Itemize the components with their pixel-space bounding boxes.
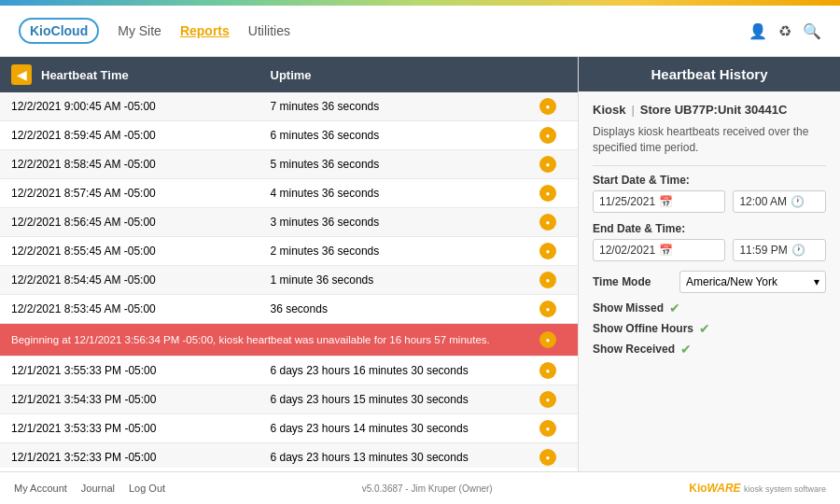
left-panel: ◀ Heartbeat Time Uptime 12/2/2021 9:00:4…: [0, 57, 579, 471]
header-time-col: ◀ Heartbeat Time: [11, 64, 271, 85]
time-mode-select[interactable]: America/New York ▾: [679, 271, 826, 293]
row-uptime: 5 minutes 36 seconds: [271, 158, 530, 171]
main-content: ◀ Heartbeat Time Uptime 12/2/2021 9:00:4…: [0, 57, 840, 471]
footer-link[interactable]: Journal: [81, 483, 115, 494]
table-row: 12/2/2021 8:59:45 AM -05:006 minutes 36 …: [0, 121, 578, 150]
show-received-check[interactable]: ✔: [680, 342, 692, 357]
row-uptime: 6 days 23 hours 16 minutes 30 seconds: [271, 364, 530, 377]
nav-my-site[interactable]: My Site: [118, 23, 161, 38]
col-heartbeat-time: Heartbeat Time: [41, 68, 129, 82]
time-mode-label: Time Mode: [593, 275, 672, 288]
table-row: 12/2/2021 8:55:45 AM -05:002 minutes 36 …: [0, 237, 578, 266]
kiosk-separator: |: [631, 103, 634, 117]
status-dot: ●: [539, 449, 556, 466]
table-row: 12/2/2021 9:00:45 AM -05:007 minutes 36 …: [0, 92, 578, 121]
table-row: 12/1/2021 3:53:33 PM -05:006 days 23 hou…: [0, 414, 578, 443]
col-uptime: Uptime: [271, 68, 530, 82]
footer: My AccountJournalLog Out v5.0.3687 - Jim…: [0, 471, 840, 504]
table-body: 12/2/2021 9:00:45 AM -05:007 minutes 36 …: [0, 92, 578, 468]
search-icon[interactable]: 🔍: [803, 22, 821, 40]
alert-message: Beginning at 12/1/2021 3:56:34 PM -05:00…: [11, 334, 529, 345]
kiosk-name: Store UB77P:Unit 30441C: [640, 103, 788, 117]
time-mode-row: Time Mode America/New York ▾: [593, 271, 826, 293]
back-button[interactable]: ◀: [11, 64, 32, 85]
table-row: 12/1/2021 3:54:33 PM -05:006 days 23 hou…: [0, 385, 578, 414]
show-offline-check[interactable]: ✔: [699, 321, 710, 336]
logo-text: KioCloud: [30, 23, 88, 38]
table-row: 12/2/2021 8:58:45 AM -05:005 minutes 36 …: [0, 150, 578, 179]
start-date-label: Start Date & Time:: [593, 174, 826, 187]
start-time-value: 12:00 AM: [739, 195, 787, 208]
logo[interactable]: KioCloud: [19, 18, 99, 44]
start-time-input[interactable]: 12:00 AM 🕐: [733, 190, 826, 213]
table-row: 12/2/2021 8:57:45 AM -05:004 minutes 36 …: [0, 179, 578, 208]
footer-link[interactable]: Log Out: [129, 483, 165, 494]
row-time: 12/2/2021 8:55:45 AM -05:00: [11, 245, 271, 258]
user-icon[interactable]: 👤: [749, 22, 767, 40]
status-dot: ●: [539, 391, 556, 408]
row-uptime: 6 days 23 hours 13 minutes 30 seconds: [271, 451, 530, 464]
end-time-value: 11:59 PM: [739, 244, 787, 257]
sidebar-body: Kiosk | Store UB77P:Unit 30441C Displays…: [579, 91, 840, 471]
row-uptime: 7 minutes 36 seconds: [271, 100, 530, 113]
footer-link[interactable]: My Account: [14, 483, 67, 494]
calendar-icon-start: 📅: [659, 195, 673, 208]
end-time-input[interactable]: 11:59 PM 🕐: [733, 239, 826, 261]
row-time: 12/1/2021 3:53:33 PM -05:00: [11, 422, 271, 435]
end-date-input[interactable]: 12/02/2021 📅: [593, 239, 725, 261]
table-row: 12/1/2021 3:55:33 PM -05:006 days 23 hou…: [0, 357, 578, 385]
right-panel: Heartbeat History Kiosk | Store UB77P:Un…: [579, 57, 840, 471]
status-dot: ●: [539, 331, 556, 348]
footer-right: v5.0.3687 - Jim Kruper (Owner): [362, 483, 493, 494]
status-dot: ●: [539, 98, 556, 115]
table-row-alert: Beginning at 12/1/2021 3:56:34 PM -05:00…: [0, 324, 578, 357]
nav-reports[interactable]: Reports: [180, 23, 230, 38]
nav-links: My Site Reports Utilities: [118, 23, 749, 38]
status-dot: ●: [539, 156, 556, 173]
row-time: 12/2/2021 8:57:45 AM -05:00: [11, 187, 271, 200]
status-dot: ●: [539, 362, 556, 379]
footer-version: v5.0.3687 - Jim Kruper (Owner): [362, 483, 493, 494]
kiosk-label: Kiosk: [593, 103, 625, 117]
status-dot: ●: [539, 301, 556, 317]
nav-utilities[interactable]: Utilities: [248, 23, 290, 38]
row-time: 12/2/2021 8:59:45 AM -05:00: [11, 129, 271, 142]
sidebar-title: Heartbeat History: [579, 57, 840, 91]
recycle-icon[interactable]: ♻: [778, 22, 791, 40]
divider-1: [593, 165, 826, 166]
table-row: 12/2/2021 8:54:45 AM -05:001 minute 36 s…: [0, 266, 578, 295]
end-date-label: End Date & Time:: [593, 222, 826, 235]
clock-icon-end: 🕐: [791, 244, 805, 257]
calendar-icon-end: 📅: [659, 244, 673, 257]
show-received-row: Show Received ✔: [593, 342, 826, 357]
row-uptime: 1 minute 36 seconds: [271, 273, 530, 287]
table-header: ◀ Heartbeat Time Uptime: [0, 57, 578, 92]
show-offline-row: Show Offine Hours ✔: [593, 321, 826, 336]
status-dot: ●: [539, 243, 556, 259]
row-uptime: 2 minutes 36 seconds: [271, 245, 530, 258]
row-uptime: 6 days 23 hours 15 minutes 30 seconds: [271, 393, 530, 406]
chevron-down-icon: ▾: [814, 275, 819, 288]
kioware-logo-text: KioWARE kiosk system software: [689, 482, 826, 495]
show-missed-check[interactable]: ✔: [669, 301, 680, 315]
row-uptime: 36 seconds: [271, 302, 530, 315]
navigation: KioCloud My Site Reports Utilities 👤 ♻ 🔍: [0, 6, 840, 57]
end-date-time-row: 12/02/2021 📅 11:59 PM 🕐: [593, 239, 826, 261]
row-uptime: 6 days 23 hours 14 minutes 30 seconds: [271, 422, 530, 435]
row-time: 12/2/2021 8:54:45 AM -05:00: [11, 273, 271, 287]
row-time: 12/2/2021 8:56:45 AM -05:00: [11, 216, 271, 229]
row-time: 12/1/2021 3:54:33 PM -05:00: [11, 393, 271, 406]
start-date-time-row: 11/25/2021 📅 12:00 AM 🕐: [593, 190, 826, 213]
row-time: 12/2/2021 8:53:45 AM -05:00: [11, 302, 271, 315]
table-row: 12/2/2021 8:53:45 AM -05:0036 seconds●: [0, 295, 578, 324]
footer-links: My AccountJournalLog Out: [14, 483, 165, 494]
row-time: 12/1/2021 3:52:33 PM -05:00: [11, 451, 271, 464]
end-date-value: 12/02/2021: [599, 244, 655, 257]
show-missed-label: Show Missed: [593, 301, 664, 315]
kiosk-info-line: Kiosk | Store UB77P:Unit 30441C: [593, 103, 826, 117]
kiosk-description: Displays kiosk heartbeats received over …: [593, 124, 826, 156]
status-dot: ●: [539, 214, 556, 231]
row-uptime: 6 minutes 36 seconds: [271, 129, 530, 142]
row-time: 12/1/2021 3:55:33 PM -05:00: [11, 364, 271, 377]
start-date-input[interactable]: 11/25/2021 📅: [593, 190, 725, 213]
